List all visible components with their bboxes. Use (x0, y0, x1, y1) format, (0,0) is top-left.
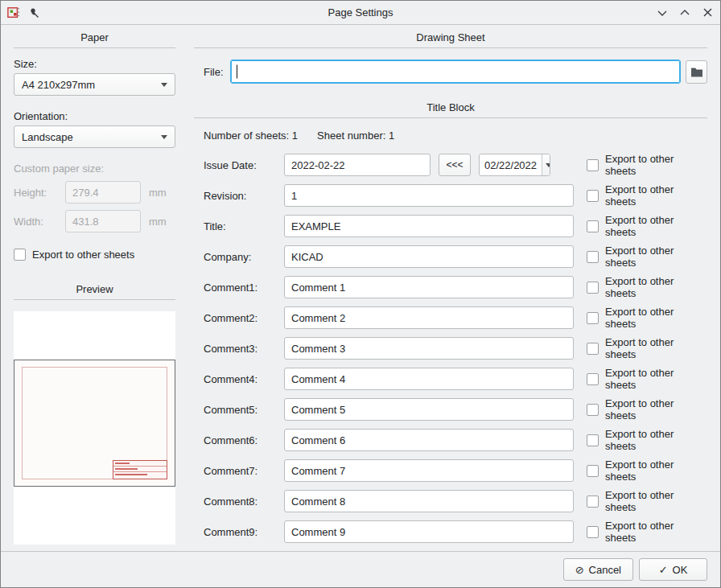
width-unit-label: mm (149, 216, 175, 228)
export-row: Export to other sheets (587, 367, 707, 391)
comment6-input[interactable] (284, 429, 574, 451)
export-row: Export to other sheets (587, 245, 707, 269)
revision-input[interactable] (284, 184, 574, 207)
orientation-select[interactable]: Landscape (14, 125, 175, 148)
ok-button[interactable]: ✓ OK (639, 558, 707, 581)
export-checkbox-label: Export to other sheets (605, 306, 707, 330)
export-checkbox-label: Export to other sheets (605, 458, 707, 483)
comment2-label: Comment2: (204, 312, 271, 324)
comment4-input[interactable] (284, 368, 574, 390)
shade-button[interactable] (656, 6, 669, 19)
copy-date-button[interactable]: <<< (439, 154, 471, 176)
dialog-footer: ⊘ Cancel ✓ OK (1, 551, 720, 587)
export-checkbox-label: Export to other sheets (605, 275, 707, 299)
comment7-label: Comment7: (204, 465, 271, 477)
width-input (65, 210, 141, 232)
comment1-row: Comment1: Export to other sheets (204, 275, 707, 299)
file-label: File: (204, 66, 230, 78)
width-label: Width: (14, 216, 57, 228)
sheet-info-row: Number of sheets: 1 Sheet number: 1 (194, 130, 707, 142)
export-checkbox-label: Export to other sheets (605, 336, 707, 360)
comment5-label: Comment5: (204, 404, 271, 416)
export-checkbox-comment4[interactable] (587, 373, 599, 385)
company-input[interactable] (284, 245, 574, 268)
comment3-input[interactable] (284, 337, 574, 360)
cancel-icon: ⊘ (575, 564, 584, 576)
pin-icon[interactable] (28, 6, 41, 19)
cancel-button[interactable]: ⊘ Cancel (563, 558, 633, 581)
export-checkbox-comment6[interactable] (587, 434, 599, 446)
date-picker-dropdown-button[interactable] (542, 154, 550, 175)
comment2-row: Comment2: Export to other sheets (204, 306, 707, 330)
date-picker-value: 02/22/2022 (480, 154, 542, 175)
export-checkbox-label: Export to other sheets (605, 520, 707, 544)
export-checkbox-title[interactable] (587, 220, 599, 232)
comment2-input[interactable] (284, 306, 574, 329)
export-row: Export to other sheets (587, 489, 707, 513)
export-row: Export to other sheets (587, 428, 707, 452)
height-input (65, 181, 141, 204)
export-checkbox-label: Export to other sheets (605, 214, 707, 238)
comment5-input[interactable] (284, 398, 574, 421)
export-row: Export to other sheets (587, 458, 707, 483)
export-checkbox-label: Export to other sheets (605, 397, 707, 421)
export-checkbox-comment5[interactable] (587, 404, 599, 416)
comment6-row: Comment6: Export to other sheets (204, 428, 707, 452)
browse-file-button[interactable] (686, 60, 707, 84)
size-select[interactable]: A4 210x297mm (14, 73, 175, 96)
paper-export-checkbox[interactable] (14, 249, 26, 261)
export-checkbox-comment3[interactable] (587, 343, 599, 355)
page-settings-dialog: Page Settings Paper Size: A4 210x297mm (0, 0, 721, 588)
export-row: Export to other sheets (587, 336, 707, 360)
comment8-label: Comment8: (204, 495, 271, 508)
height-unit-label: mm (149, 187, 175, 199)
ok-button-label: OK (673, 564, 688, 576)
paper-export-row: Export to other sheets (14, 249, 175, 261)
comment1-input[interactable] (284, 276, 574, 298)
export-checkbox-label: Export to other sheets (605, 489, 707, 513)
export-checkbox-revision[interactable] (587, 190, 599, 202)
orientation-label: Orientation: (14, 110, 175, 122)
close-button[interactable] (701, 6, 714, 19)
title-block-rows: Issue Date: <<< 02/22/2022 Export to oth… (194, 153, 707, 544)
orientation-select-value: Landscape (22, 131, 73, 143)
export-checkbox-comment7[interactable] (587, 465, 599, 477)
export-checkbox-comment2[interactable] (587, 312, 599, 324)
unshade-button[interactable] (678, 6, 691, 19)
issue-date-input[interactable] (284, 154, 431, 176)
comment3-label: Comment3: (204, 343, 271, 355)
export-checkbox-issue-date[interactable] (587, 159, 599, 171)
file-input[interactable] (230, 60, 681, 84)
company-label: Company: (204, 251, 271, 263)
comment5-row: Comment5: Export to other sheets (204, 397, 707, 421)
export-checkbox-comment1[interactable] (587, 282, 599, 294)
date-picker[interactable]: 02/22/2022 (479, 154, 550, 176)
export-checkbox-company[interactable] (587, 251, 599, 263)
revision-label: Revision: (204, 190, 271, 202)
file-input-wrap (230, 60, 681, 84)
export-row: Export to other sheets (587, 306, 707, 330)
export-row: Export to other sheets (587, 153, 707, 177)
title-input[interactable] (284, 215, 574, 237)
size-label: Size: (14, 58, 175, 70)
export-checkbox-comment8[interactable] (587, 495, 599, 508)
file-row: File: (194, 60, 707, 84)
titlebar[interactable]: Page Settings (1, 1, 720, 25)
preview-sheet (14, 360, 175, 487)
export-checkbox-label: Export to other sheets (605, 183, 707, 208)
export-checkbox-comment9[interactable] (587, 526, 599, 538)
comment7-row: Comment7: Export to other sheets (204, 458, 707, 483)
size-select-value: A4 210x297mm (22, 79, 95, 91)
company-row: Company: Export to other sheets (204, 245, 707, 269)
comment8-input[interactable] (284, 490, 574, 512)
title-block-section-header: Title Block (194, 101, 707, 118)
export-row: Export to other sheets (587, 520, 707, 544)
export-row: Export to other sheets (587, 397, 707, 421)
comment9-input[interactable] (284, 520, 574, 543)
issue-date-fields: <<< 02/22/2022 (284, 154, 574, 176)
sheet-number-label: Sheet number: 1 (317, 130, 394, 142)
preview-sheet-frame (22, 367, 167, 479)
drawing-sheet-section-header: Drawing Sheet (194, 31, 707, 48)
preview-title-block (113, 460, 167, 479)
comment7-input[interactable] (284, 459, 574, 482)
